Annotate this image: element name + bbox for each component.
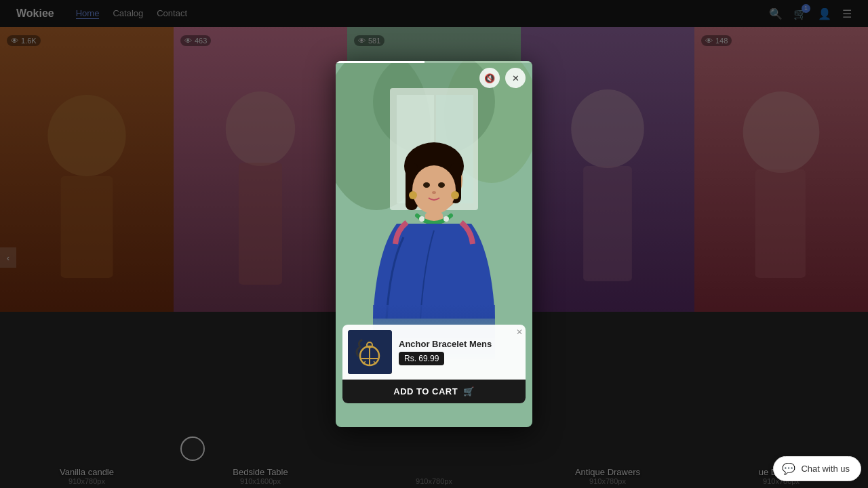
- product-card-close[interactable]: ✕: [516, 327, 523, 337]
- mute-button[interactable]: 🔇: [479, 68, 500, 88]
- add-to-cart-label: ADD TO CART: [393, 386, 458, 396]
- product-price: Rs. 69.99: [399, 352, 444, 365]
- close-icon: ✕: [512, 73, 519, 83]
- close-button[interactable]: ✕: [505, 68, 526, 88]
- modal-controls: 🔇 ✕: [479, 68, 526, 88]
- svg-point-28: [432, 191, 436, 194]
- modal-progress-fill: [336, 61, 425, 63]
- product-thumbnail: [348, 330, 392, 374]
- product-info: Anchor Bracelet Mens Rs. 69.99: [399, 339, 520, 365]
- svg-point-27: [438, 182, 445, 188]
- add-to-cart-button[interactable]: ADD TO CART 🛒: [342, 380, 526, 403]
- svg-point-33: [419, 216, 425, 222]
- product-card: ✕ Anchor Bracelet: [342, 325, 526, 403]
- svg-point-34: [443, 216, 449, 222]
- svg-point-30: [451, 191, 459, 199]
- chat-label: Chat with us: [801, 464, 850, 474]
- product-name: Anchor Bracelet Mens: [399, 339, 520, 349]
- modal-progress-bar: [336, 61, 532, 63]
- mute-icon: 🔇: [484, 73, 495, 83]
- product-card-inner: Anchor Bracelet Mens Rs. 69.99: [342, 325, 526, 380]
- chat-icon: 💬: [782, 462, 795, 475]
- modal-video: 🔇 ✕ ‹ › ✕: [336, 61, 532, 427]
- svg-point-26: [423, 182, 430, 188]
- svg-point-25: [412, 165, 456, 214]
- cart-icon-btn: 🛒: [463, 386, 475, 396]
- chat-button[interactable]: 💬 Chat with us: [773, 456, 861, 481]
- svg-point-29: [409, 191, 417, 199]
